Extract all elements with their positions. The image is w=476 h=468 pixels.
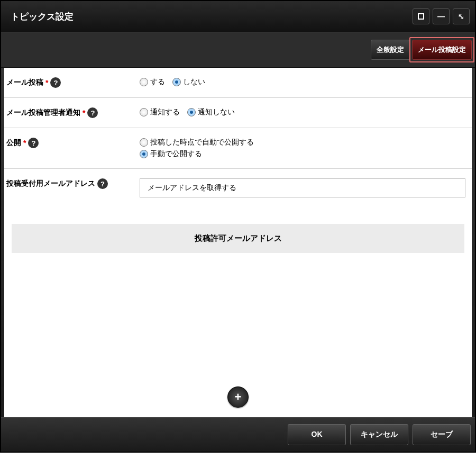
radio-label: 通知する xyxy=(150,107,180,117)
radio-icon xyxy=(140,78,148,86)
minimize-icon: — xyxy=(437,12,445,21)
label-text: 公開 xyxy=(6,138,21,148)
radio-mail-post-yes[interactable]: する xyxy=(140,77,165,87)
label-text: メール投稿 xyxy=(6,78,43,87)
radio-label: する xyxy=(150,77,165,87)
radio-publish-auto-line: 投稿した時点で自動で公開する xyxy=(140,138,465,147)
plus-icon: + xyxy=(235,391,242,403)
required-mark: * xyxy=(83,109,85,117)
title-controls: — ⤡ xyxy=(413,8,470,24)
help-icon[interactable]: ? xyxy=(50,77,61,88)
radio-icon xyxy=(140,150,148,158)
cancel-button[interactable]: キャンセル xyxy=(350,424,408,445)
radio-publish-manual[interactable]: 手動で公開する xyxy=(140,149,202,159)
get-mail-address-button[interactable]: メールアドレスを取得する xyxy=(140,178,465,197)
dialog-title: トピックス設定 xyxy=(11,11,74,23)
radio-group-mail-post: する しない xyxy=(140,77,465,87)
required-mark: * xyxy=(23,139,26,147)
radio-icon xyxy=(140,138,148,147)
field-mail-address: メールアドレスを取得する xyxy=(140,178,465,197)
required-mark: * xyxy=(45,78,48,87)
add-button-wrap: + xyxy=(4,386,472,408)
radio-admin-notify-no[interactable]: 通知しない xyxy=(187,107,235,117)
field-publish: 投稿した時点で自動で公開する 手動で公開する xyxy=(140,138,465,159)
help-icon[interactable]: ? xyxy=(97,178,108,189)
tab-general-settings[interactable]: 全般設定 xyxy=(371,40,410,60)
radio-label: 通知しない xyxy=(198,107,235,117)
tab-mail-post-settings[interactable]: メール投稿設定 xyxy=(412,40,472,60)
label-mail-address: 投稿受付用メールアドレス ? xyxy=(6,178,140,189)
radio-group-admin-notify: 通知する 通知しない xyxy=(140,107,465,117)
radio-admin-notify-yes[interactable]: 通知する xyxy=(140,107,180,117)
radio-icon xyxy=(187,108,196,116)
radio-label: 手動で公開する xyxy=(150,149,202,159)
resize-button[interactable]: ⤡ xyxy=(453,8,470,24)
tab-mail-post-label: メール投稿設定 xyxy=(418,46,466,53)
content-area: メール投稿 * ? する しない メール投稿管理者 xyxy=(4,68,472,417)
field-mail-post: する しない xyxy=(140,77,465,87)
radio-icon xyxy=(172,78,181,86)
maximize-icon xyxy=(418,13,424,20)
radio-label: 投稿した時点で自動で公開する xyxy=(150,138,254,147)
radio-icon xyxy=(140,108,148,116)
row-mail-post: メール投稿 * ? する しない xyxy=(4,68,472,98)
row-publish: 公開 * ? 投稿した時点で自動で公開する 手動で公開する xyxy=(4,128,472,169)
radio-publish-auto[interactable]: 投稿した時点で自動で公開する xyxy=(140,138,254,147)
title-bar: トピックス設定 — ⤡ xyxy=(1,1,475,32)
label-mail-post: メール投稿 * ? xyxy=(6,77,140,88)
label-admin-notify: メール投稿管理者通知 * ? xyxy=(6,107,140,118)
ok-button[interactable]: OK xyxy=(288,424,346,445)
maximize-button[interactable] xyxy=(413,8,429,24)
dialog-footer: OK キャンセル セーブ xyxy=(1,417,475,452)
help-icon[interactable]: ? xyxy=(28,138,39,148)
radio-label: しない xyxy=(183,77,205,87)
dialog-window: トピックス設定 — ⤡ 全般設定 メール投稿設定 メール投稿 * ? xyxy=(0,0,476,453)
save-button[interactable]: セーブ xyxy=(413,424,471,445)
row-admin-notify: メール投稿管理者通知 * ? 通知する 通知しない xyxy=(4,98,472,128)
field-admin-notify: 通知する 通知しない xyxy=(140,107,465,117)
minimize-button[interactable]: — xyxy=(433,8,450,24)
help-icon[interactable]: ? xyxy=(87,107,98,118)
add-address-button[interactable]: + xyxy=(227,386,249,408)
tab-bar: 全般設定 メール投稿設定 xyxy=(1,32,475,68)
row-mail-address: 投稿受付用メールアドレス ? メールアドレスを取得する xyxy=(4,169,472,207)
section-allowed-addresses: 投稿許可メールアドレス xyxy=(12,224,464,253)
label-text: 投稿受付用メールアドレス xyxy=(6,179,95,188)
label-text: メール投稿管理者通知 xyxy=(6,108,80,118)
radio-mail-post-no[interactable]: しない xyxy=(172,77,205,87)
radio-publish-manual-line: 手動で公開する xyxy=(140,149,465,159)
resize-icon: ⤡ xyxy=(458,12,464,21)
label-publish: 公開 * ? xyxy=(6,138,140,148)
